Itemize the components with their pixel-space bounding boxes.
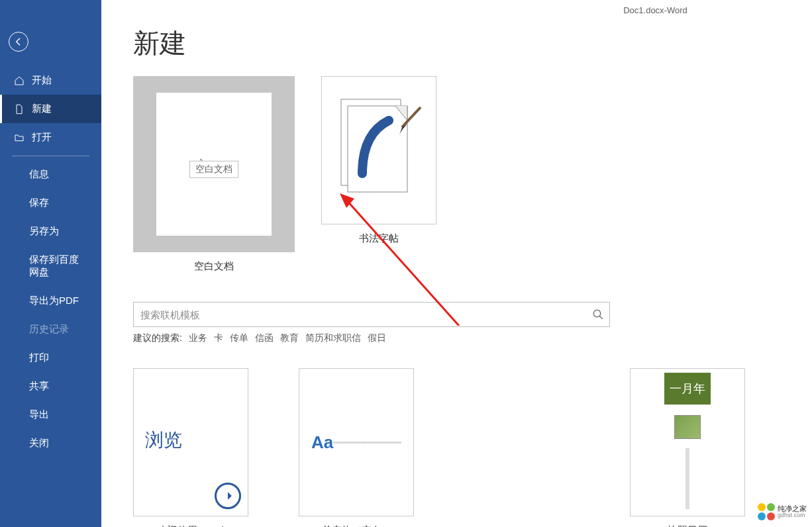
sidebar-item-share[interactable]: 共享 [0,372,101,401]
aa-letters: Aa [311,432,333,453]
svg-rect-1 [348,106,407,192]
sidebar-divider [12,156,89,156]
folder-icon [13,132,25,144]
page-icon [13,103,25,115]
tooltip: 空白文档 [189,161,238,178]
nav-open[interactable]: 打开 [0,123,101,152]
nav-label: 开始 [32,74,52,87]
featured-templates: 空白文档 空白文档 书法字帖 [133,76,812,273]
back-arrow-icon [13,36,24,47]
svg-point-2 [593,310,601,317]
template-label: 空白文档 [194,260,234,273]
suggest-link[interactable]: 传单 [230,332,248,344]
suggest-label: 建议的搜索: [133,332,182,344]
search-input[interactable] [140,309,592,320]
suggest-link[interactable]: 卡 [214,332,223,344]
main-content: 新建 空白文档 空白文档 [101,0,812,527]
calendar-grid [685,448,689,509]
home-icon [13,75,25,87]
page-title: 新建 [133,25,812,62]
template-thumb: 空白文档 [133,76,295,252]
suggested-searches: 建议的搜索: 业务 卡 传单 信函 教育 简历和求职信 假日 [133,332,812,344]
template-label: 单空格（空白） [322,524,391,527]
template-thumb [321,76,436,224]
template-label: 书法字帖 [359,232,399,245]
back-button[interactable] [9,32,28,52]
template-snapshot-calendar[interactable]: 一月 年 快照日历 [630,368,745,527]
suggest-link[interactable]: 业务 [189,332,207,344]
sidebar-item-pdf[interactable]: 导出为PDF [0,287,101,315]
template-thumb: Aa [299,368,414,516]
suggest-link[interactable]: 简历和求职信 [305,332,361,344]
template-grid: 浏览 欢迎使用 Word Aa 单空格（空白） [133,368,812,527]
template-blank-document[interactable]: 空白文档 空白文档 [133,76,295,273]
calligraphy-icon [336,94,422,207]
watermark: 纯净之家 gdhst.com [758,503,807,520]
suggest-link[interactable]: 假日 [368,332,386,344]
spacer [464,368,580,527]
welcome-text: 浏览 [145,428,182,453]
sidebar: 开始 新建 打开 信息 保存 另存为 保存到百度网盘 导出为PDF 历史记录 打… [0,0,101,527]
sidebar-item-saveas[interactable]: 另存为 [0,217,101,246]
template-label: 快照日历 [668,524,707,527]
watermark-site: gdhst.com [778,512,807,519]
template-thumb: 浏览 [133,368,248,516]
sidebar-item-baidu[interactable]: 保存到百度网盘 [0,246,101,287]
sidebar-item-info[interactable]: 信息 [0,160,101,189]
calendar-photo-icon [674,415,701,439]
suggest-link[interactable]: 信函 [255,332,274,344]
watermark-logo-icon [758,503,775,520]
nav-home[interactable]: 开始 [0,66,101,95]
nav-new[interactable]: 新建 [0,95,101,123]
sidebar-item-save[interactable]: 保存 [0,189,101,217]
search-icon[interactable] [592,309,604,320]
sidebar-item-history: 历史记录 [0,315,101,344]
template-single-space[interactable]: Aa 单空格（空白） [299,368,414,527]
suggest-link[interactable]: 教育 [280,332,299,344]
template-calligraphy[interactable]: 书法字帖 [321,76,436,245]
arrow-circle-icon [215,483,241,509]
template-thumb: 一月 年 [630,368,745,516]
search-box[interactable] [133,302,610,327]
template-label: 欢迎使用 Word [158,524,224,527]
calendar-month: 一月 [670,381,693,397]
blank-page: 空白文档 [156,93,272,236]
sidebar-item-close[interactable]: 关闭 [0,429,101,457]
sidebar-item-export[interactable]: 导出 [0,401,101,429]
nav-label: 打开 [32,131,52,144]
calendar-year: 年 [693,381,705,397]
svg-line-3 [599,316,603,319]
nav-label: 新建 [32,103,52,115]
sidebar-item-print[interactable]: 打印 [0,344,101,372]
template-welcome-word[interactable]: 浏览 欢迎使用 Word [133,368,248,527]
